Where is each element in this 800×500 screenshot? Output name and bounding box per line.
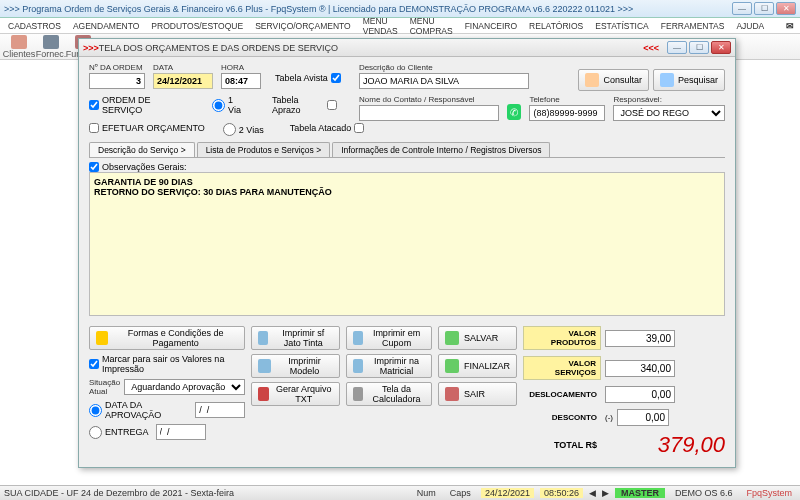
person-icon xyxy=(11,35,27,49)
menu-cadastros[interactable]: CADASTROS xyxy=(2,20,67,32)
data-aprov-radio[interactable]: DATA DA APROVAÇÃO xyxy=(89,400,245,420)
search-icon xyxy=(660,73,674,87)
status-bar: SUA CIDADE - UF 24 de Dezembro de 2021 -… xyxy=(0,485,800,500)
email-button[interactable]: ✉ E-MAIL xyxy=(780,14,800,38)
via1-radio[interactable]: 1 Via xyxy=(212,95,246,115)
menu-ferramentas[interactable]: FERRAMENTAS xyxy=(655,20,731,32)
menu-produtos[interactable]: PRODUTOS/ESTOQUE xyxy=(145,20,249,32)
next-icon[interactable]: ▶ xyxy=(602,488,609,498)
tab-lista[interactable]: Lista de Produtos e Serviços > xyxy=(197,142,331,157)
menu-servico[interactable]: SERVIÇO/ORÇAMENTO xyxy=(249,20,357,32)
situacao-select[interactable]: Aguardando Aprovação xyxy=(124,379,245,395)
valor-servicos: 340,00 xyxy=(605,360,675,377)
check-icon xyxy=(445,359,459,373)
calculadora-button[interactable]: Tela da Calculadora xyxy=(346,382,432,406)
contact-input[interactable] xyxy=(359,105,499,121)
obs-check[interactable]: Observações Gerais: xyxy=(89,162,725,172)
modal-title: TELA DOS ORÇAMENTOS E DAS ORDENS DE SERV… xyxy=(99,43,643,53)
gerar-txt-button[interactable]: Gerar Arquivo TXT xyxy=(251,382,340,406)
print-jato-button[interactable]: Imprimir sf Jato Tinta xyxy=(251,326,340,350)
app-title: >>> Programa Ordem de Serviços Gerais & … xyxy=(4,4,732,14)
print-matricial-button[interactable]: Imprimir na Matricial xyxy=(346,354,432,378)
main-menu: CADASTROS AGENDAMENTO PRODUTOS/ESTOQUE S… xyxy=(0,18,800,34)
obs-textarea[interactable] xyxy=(89,172,725,316)
tab-info[interactable]: Informações de Controle Interno / Regist… xyxy=(332,142,550,157)
printer-icon xyxy=(353,359,363,373)
printer-icon xyxy=(258,359,271,373)
menu-financeiro[interactable]: FINANCEIRO xyxy=(459,20,523,32)
order-number-input[interactable] xyxy=(89,73,145,89)
valor-produtos: 39,00 xyxy=(605,330,675,347)
tab-bar: Descrição do Serviço > Lista de Produtos… xyxy=(89,142,725,158)
total-value: 379,00 xyxy=(605,432,725,458)
menu-estatistica[interactable]: ESTATÍSTICA xyxy=(589,20,655,32)
phone-input[interactable] xyxy=(529,105,605,121)
marcar-valores-check[interactable]: Marcar para sair os Valores na Impressão xyxy=(89,354,245,374)
whatsapp-icon[interactable]: ✆ xyxy=(507,104,522,120)
master-badge: MASTER xyxy=(615,488,665,498)
modal-titlebar: >>> TELA DOS ORÇAMENTOS E DAS ORDENS DE … xyxy=(79,39,735,57)
modal-close[interactable]: ✕ xyxy=(711,41,731,54)
client-input[interactable] xyxy=(359,73,529,89)
date-aprov-input[interactable] xyxy=(195,402,245,418)
toolbar-clientes[interactable]: Clientes xyxy=(4,35,34,59)
tabela-avista-check[interactable]: Tabela Avista xyxy=(275,73,341,83)
date-entrega-input[interactable] xyxy=(156,424,206,440)
menu-vendas[interactable]: MENU VENDAS xyxy=(357,15,404,37)
consultar-button[interactable]: Consultar xyxy=(578,69,649,91)
search-icon xyxy=(585,73,599,87)
minimize-button[interactable]: — xyxy=(732,2,752,15)
hour-input[interactable] xyxy=(221,73,261,89)
menu-relatorios[interactable]: RELATÓRIOS xyxy=(523,20,589,32)
responsavel-select[interactable]: JOSÉ DO REGO xyxy=(613,105,725,121)
tab-descricao[interactable]: Descrição do Serviço > xyxy=(89,142,195,157)
arrow-icon: <<< xyxy=(643,43,659,53)
via2-radio[interactable]: 2 Vias xyxy=(223,123,264,136)
print-modelo-button[interactable]: Imprimir Modelo xyxy=(251,354,340,378)
prev-icon[interactable]: ◀ xyxy=(589,488,596,498)
tabela-atacado-check[interactable]: Tabela Atacado xyxy=(290,123,365,133)
pesquisar-button[interactable]: Pesquisar xyxy=(653,69,725,91)
modal-minimize[interactable]: — xyxy=(667,41,687,54)
printer-icon xyxy=(258,331,268,345)
arrow-icon: >>> xyxy=(83,43,99,53)
receipt-icon xyxy=(353,331,363,345)
ordem-servico-check[interactable]: ORDEM DE SERVIÇO xyxy=(89,95,186,115)
exit-icon xyxy=(445,387,459,401)
menu-ajuda[interactable]: AJUDA xyxy=(730,20,770,32)
orcamento-window: >>> TELA DOS ORÇAMENTOS E DAS ORDENS DE … xyxy=(78,38,736,468)
file-icon xyxy=(258,387,269,401)
calculator-icon xyxy=(353,387,363,401)
maximize-button[interactable]: ☐ xyxy=(754,2,774,15)
coin-icon xyxy=(96,331,108,345)
toolbar-fornecedores[interactable]: Fornec. xyxy=(36,35,66,59)
entrega-radio[interactable]: ENTREGA xyxy=(89,424,245,440)
efetuar-orcamento-check[interactable]: EFETUAR ORÇAMENTO xyxy=(89,123,205,133)
save-icon xyxy=(445,331,459,345)
deslocamento: 0,00 xyxy=(605,386,675,403)
date-input[interactable] xyxy=(153,73,213,89)
person-icon xyxy=(43,35,59,49)
menu-agendamento[interactable]: AGENDAMENTO xyxy=(67,20,145,32)
print-cupom-button[interactable]: Imprimir em Cupom xyxy=(346,326,432,350)
menu-compras[interactable]: MENU COMPRAS xyxy=(404,15,459,37)
status-left: SUA CIDADE - UF 24 de Dezembro de 2021 -… xyxy=(4,488,234,498)
tabela-aprazo-check[interactable]: Tabela Aprazo xyxy=(272,95,337,115)
formas-pagamento-button[interactable]: Formas e Condições de Pagamento xyxy=(89,326,245,350)
salvar-button[interactable]: SALVAR xyxy=(438,326,517,350)
sair-button[interactable]: SAIR xyxy=(438,382,517,406)
finalizar-button[interactable]: FINALIZAR xyxy=(438,354,517,378)
desconto-input[interactable] xyxy=(617,409,669,426)
modal-maximize[interactable]: ☐ xyxy=(689,41,709,54)
